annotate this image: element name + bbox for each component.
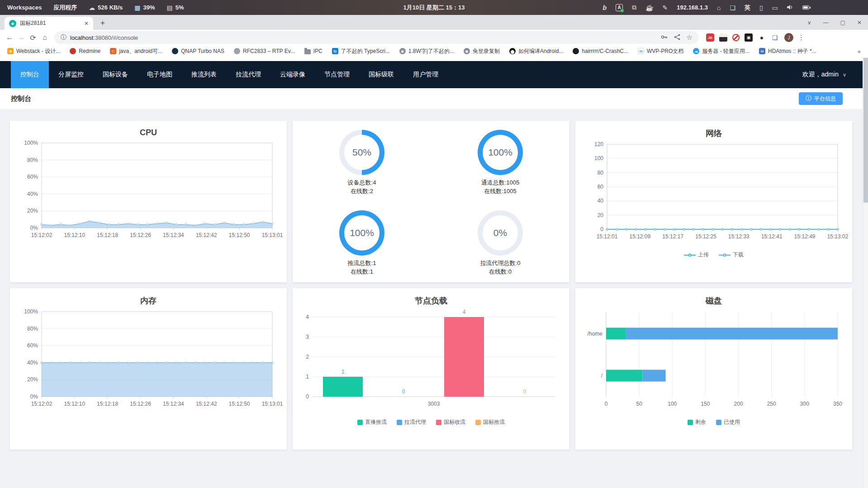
nav-item-gb-devices[interactable]: 国标设备 [93,61,138,88]
home-tray-icon[interactable]: ⌂ [717,4,721,11]
window-minimize-button[interactable]: — [823,19,829,26]
password-key-icon[interactable] [661,34,668,42]
bookmark-java-android[interactable]: Cjava、android可... [110,47,162,55]
bookmark-typescript[interactable]: 知了不起的 TypeScri... [332,47,390,55]
ip-address-indicator[interactable]: 192.168.1.3 [677,4,708,11]
clock[interactable]: 1月10日 星期二 15：13 [403,4,465,12]
new-tab-button[interactable]: + [97,17,109,29]
platform-info-button[interactable]: ⓘ平台信息 [799,92,843,105]
bookmark-copy-free[interactable]: ◉免登录复制 [464,47,500,55]
site-info-icon[interactable]: ⓘ [61,33,66,42]
screenshot-tool-icon[interactable]: A [616,4,623,11]
display-icon[interactable]: ▭ [772,4,778,11]
node-load-panel: 节点负载 4321010403003 直播推流 拉流代理 国标收流 国标推流 [293,288,569,450]
bookmarks-bar: ≣Webstack - 设计... Redmine Cjava、android可… [0,45,868,57]
legend-item-used[interactable]: 已使用 [716,418,740,426]
browser-profile-avatar[interactable]: J [784,33,793,42]
free-swatch [688,420,693,425]
battery-icon[interactable] [802,5,809,9]
cpu-chart-title: CPU [140,128,157,137]
bookmark-rfc2833[interactable]: RFC2833 – RTP Ev... [234,48,295,54]
bookmark-wvp-docs[interactable]: WWVP-PRO文档 [638,47,683,55]
coffee-caffeine-icon[interactable]: ☕ [645,4,653,11]
bookmark-lighthouse-server[interactable]: ☁服务器 - 轻量应用... [693,47,749,55]
bookmark-github-crash[interactable]: hairrrrr/C-CrashC... [573,48,628,54]
info-icon: ⓘ [806,95,811,103]
address-bar[interactable]: ⓘ localhost:38080/#/console ☆ [54,31,699,44]
network-speed-indicator[interactable]: ☁526 KB/s [89,4,123,11]
applications-menu[interactable]: 应用程序 [53,4,77,12]
browser-menu-icon[interactable]: ⋮ [798,33,805,42]
svg-text:100%: 100% [24,308,38,315]
svg-text:100: 100 [594,155,603,161]
nav-item-user-manage[interactable]: 用户管理 [403,61,448,88]
bookmark-hdatmos[interactable]: MHDAtmos :: 种子 *... [759,47,816,55]
tab-search-chevron-icon[interactable]: ∨ [807,19,811,26]
svg-text:3: 3 [306,334,309,340]
legend-item-gb-receive[interactable]: 国标收流 [436,418,465,426]
svg-text:15:12:10: 15:12:10 [64,401,85,407]
workspaces-menu[interactable]: Workspaces [7,4,42,11]
bookmark-redmine[interactable]: Redmine [70,48,100,54]
scrollbar-thumb[interactable] [863,58,868,203]
nav-item-gb-cascade[interactable]: 国标级联 [359,61,403,88]
legend-item-free[interactable]: 剩余 [688,418,706,426]
browser-home-button[interactable]: ⌂ [39,33,51,42]
memory-usage-indicator[interactable]: ▤5% [167,4,184,11]
live-push-swatch [357,420,363,425]
user-menu[interactable]: 欢迎，admin∨ [802,71,846,79]
svg-text:20: 20 [598,212,604,218]
nav-item-pull-proxy[interactable]: 拉流代理 [226,61,270,88]
reload-button[interactable]: ⟳ [27,33,39,42]
back-button[interactable]: ← [4,33,15,42]
bookmark-star-icon[interactable]: ☆ [687,33,693,42]
bookmarks-overflow-chevron[interactable]: » [858,48,861,55]
cpu-usage-indicator[interactable]: ▦39% [134,4,155,11]
bing-tray-icon[interactable]: b [603,4,607,11]
qr-extension-icon[interactable]: ▣ [745,33,753,42]
svg-text:4: 4 [306,314,309,320]
page-scrollbar[interactable] [863,57,868,488]
window-restore-button[interactable]: ▢ [840,19,845,26]
legend-item-pull-proxy[interactable]: 拉流代理 [397,418,426,426]
volume-icon[interactable] [787,4,793,11]
input-method-indicator[interactable]: 英 [745,4,750,12]
bookmark-qnap[interactable]: QNAP Turbo NAS [172,48,224,54]
bookmark-webstack[interactable]: ≣Webstack - 设计... [7,47,60,55]
nav-item-cloud-record[interactable]: 云端录像 [270,61,315,88]
extensions-puzzle-icon[interactable]: ● [758,33,766,42]
share-icon[interactable] [674,34,680,42]
nav-item-map[interactable]: 电子地图 [138,61,182,88]
window-close-button[interactable]: ✕ [857,19,862,26]
push-online-ring: 100% [339,210,384,256]
screen-capture-extension-icon[interactable]: ❏ [771,33,779,42]
legend-item-upload[interactable]: 上传 [684,251,709,259]
webstack-icon: ≣ [7,48,14,54]
upload-line-marker [684,255,696,256]
svg-text:1: 1 [342,369,345,375]
nav-item-push-list[interactable]: 推流列表 [182,61,226,88]
tab-close-icon[interactable]: ✕ [84,20,89,27]
browser-tab[interactable]: ◈ 国标28181 ✕ [5,17,93,30]
bookmark-folder-ipc[interactable]: IPC [304,48,323,54]
legend-item-gb-push[interactable]: 国标推流 [475,418,505,426]
bookmark-18w-article[interactable]: ◉1.8W字|了不起的... [399,47,454,55]
js-extension-icon[interactable]: JS [706,33,714,42]
hat-extension-icon[interactable] [719,33,727,42]
phone-link-icon[interactable]: ▯ [759,4,763,11]
nav-item-console[interactable]: 控制台 [11,61,49,88]
nav-item-split-monitor[interactable]: 分屏监控 [49,61,93,88]
adblock-extension-icon[interactable] [732,34,740,41]
bookmark-compile-android[interactable]: 如何编译Android... [509,47,563,55]
forward-button[interactable]: → [15,33,27,42]
chevron-down-icon: ∨ [843,72,846,78]
nav-item-node-manage[interactable]: 节点管理 [315,61,359,88]
system-top-bar: Workspaces 应用程序 ☁526 KB/s ▦39% ▤5% 1月10日… [0,0,868,15]
legend-item-download[interactable]: 下载 [719,251,744,259]
legend-item-live-push[interactable]: 直播推流 [357,418,387,426]
svg-text:15:12:50: 15:12:50 [229,232,250,238]
globe-icon: ◉ [464,48,470,54]
clipboard-icon[interactable]: ⧉ [632,4,636,11]
window-switcher-icon[interactable]: ❏ [730,4,735,11]
color-picker-icon[interactable]: ✎ [663,4,668,11]
